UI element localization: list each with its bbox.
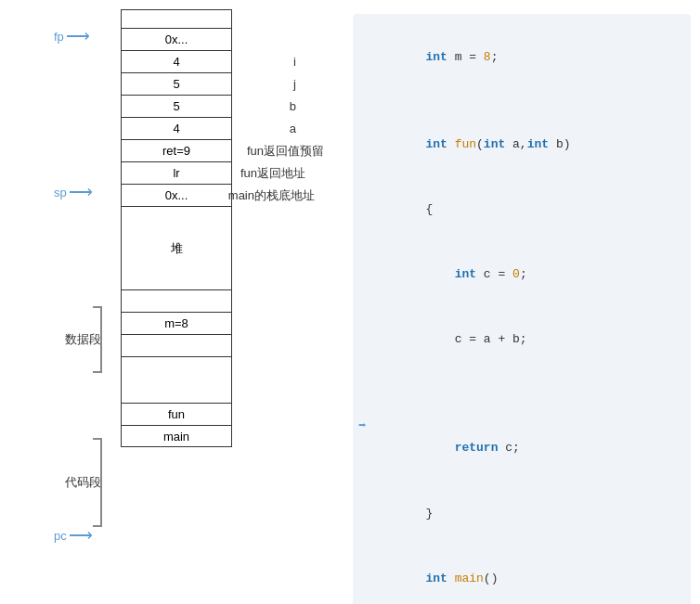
data-bracket: [93, 306, 102, 373]
code-panel: int m = 8; int fun(int a,int b) { int c …: [353, 14, 691, 604]
cell-4-i: 4 i: [121, 50, 232, 72]
cell-0x-main: 0x... main的栈底地址: [121, 184, 232, 206]
cell-m8: m=8: [121, 312, 232, 334]
label-main-stack: main的栈底地址: [228, 187, 315, 204]
cell-code-empty: [121, 356, 232, 403]
cell-data-empty-bottom: [121, 334, 232, 356]
cell-heap: 堆: [121, 206, 232, 289]
cell-ret9: ret=9 fun返回值预留: [121, 139, 232, 161]
sp-label: sp: [54, 186, 67, 199]
code-bracket: [93, 438, 102, 527]
code-line-2: int fun(int a,int b): [368, 112, 676, 177]
pc-arrow-group: pc ⟶: [54, 527, 93, 544]
label-b: b: [290, 99, 296, 113]
fp-label: fp: [54, 30, 64, 44]
code-line-blank1: [368, 90, 676, 111]
cell-empty-top: [121, 9, 232, 28]
code-line-3: {: [368, 177, 676, 242]
pc-arrow-right: ⟶: [69, 527, 93, 544]
pc-label: pc: [54, 529, 67, 543]
code-line-4: int c = 0;: [368, 242, 676, 307]
code-line-7: }: [368, 481, 676, 546]
cell-4-a: 4 a: [121, 117, 232, 139]
sp-arrow-group: sp ⟶: [54, 184, 93, 200]
fp-arrow-right: ⟶: [66, 28, 90, 45]
sp-arrow-right: ⟶: [69, 184, 93, 200]
fp-arrow-group: fp ⟶: [54, 28, 90, 45]
label-j: j: [293, 77, 296, 91]
memory-wrapper: fp ⟶ 0x... 4 i 5 j: [84, 9, 325, 447]
code-line-1: int m = 8;: [368, 25, 676, 90]
code-line-8: int main(): [368, 546, 676, 604]
cell-fun: fun: [121, 403, 232, 425]
data-segment-label-group: 数据段: [65, 306, 101, 373]
cell-5-b: 5 b: [121, 95, 232, 117]
cell-main-code: main: [121, 425, 232, 447]
ret-arrow-icon: ➡: [358, 415, 366, 438]
label-i: i: [293, 55, 296, 69]
cell-data-empty-top: [121, 289, 232, 312]
code-line-5: c = a + b;: [368, 307, 676, 372]
cell-0x-top: 0x...: [121, 28, 232, 50]
label-lr: fun返回地址: [240, 165, 305, 182]
code-line-6: ➡ return c;: [368, 372, 676, 481]
label-ret: fun返回值预留: [247, 143, 324, 160]
memory-diagram: fp ⟶ 0x... 4 i 5 j: [9, 9, 325, 595]
cell-lr: lr fun返回地址: [121, 161, 232, 184]
cell-5-j: 5 j: [121, 72, 232, 95]
code-panel-container: int m = 8; int fun(int a,int b) { int c …: [334, 14, 691, 595]
main-container: fp ⟶ 0x... 4 i 5 j: [0, 0, 700, 604]
label-a: a: [290, 122, 296, 135]
code-segment-label-group: 代码段: [65, 438, 101, 527]
